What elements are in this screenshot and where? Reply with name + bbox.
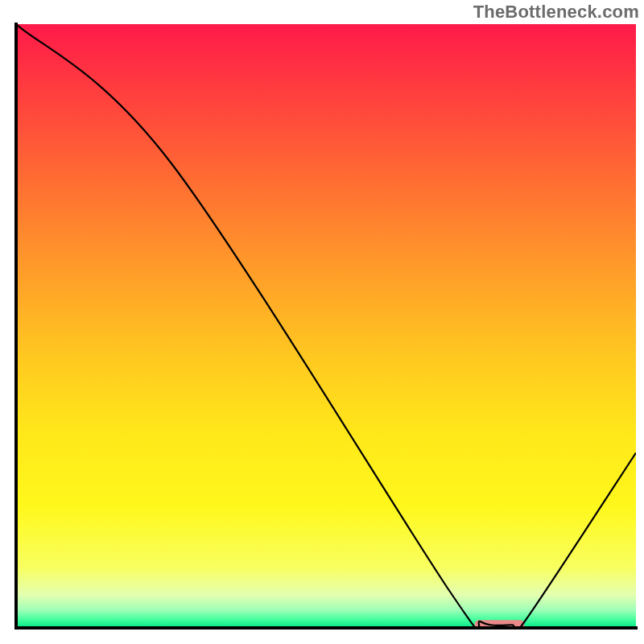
bottleneck-chart: TheBottleneck.com	[0, 0, 644, 644]
watermark-text: TheBottleneck.com	[473, 2, 639, 23]
chart-svg	[0, 0, 644, 644]
gradient-background	[16, 24, 636, 628]
